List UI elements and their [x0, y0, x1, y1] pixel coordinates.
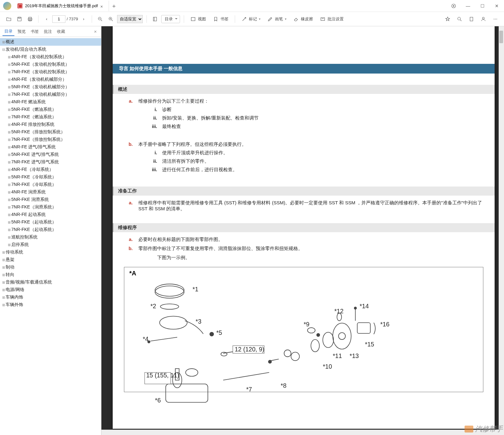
expand-icon[interactable]: ⊞ — [1, 40, 6, 44]
expand-icon[interactable]: ⊞ — [7, 235, 11, 239]
tree-node[interactable]: ⊞4NR-FE 燃油系统 — [0, 98, 101, 106]
tree-node[interactable]: ⊞7NR-FKE（排放控制系统） — [0, 136, 101, 143]
zoom-out-button[interactable] — [96, 15, 105, 23]
user-button[interactable] — [479, 15, 488, 23]
expand-icon[interactable]: ⊞ — [1, 258, 6, 262]
expand-icon[interactable]: ⊞ — [1, 265, 6, 269]
tree-node[interactable]: ⊞7NR-FKE（润滑系统） — [0, 203, 101, 211]
expand-icon[interactable]: ⊞ — [7, 93, 11, 97]
brush-button[interactable]: 画笔▾ — [265, 16, 289, 22]
sidebar-tab-preview[interactable]: 预览 — [16, 28, 28, 36]
sidebar-tab-bookmark[interactable]: 书签 — [29, 28, 41, 36]
expand-icon[interactable]: ⊞ — [1, 295, 6, 299]
vertical-scrollbar[interactable] — [499, 26, 504, 435]
more-button[interactable]: ⋯ — [491, 15, 500, 23]
prev-page-button[interactable]: ‹ — [42, 15, 51, 23]
expand-icon[interactable]: ⊞ — [7, 108, 11, 112]
tree-node[interactable]: ⊞传动系统 — [0, 248, 101, 256]
expand-icon[interactable]: ⊞ — [7, 228, 11, 232]
view-button[interactable]: 视图 — [188, 16, 208, 22]
expand-icon[interactable]: ⊞ — [7, 183, 11, 187]
expand-icon[interactable]: ⊞ — [1, 303, 6, 307]
expand-icon[interactable]: ⊞ — [7, 220, 11, 224]
expand-icon[interactable]: ⊞ — [7, 78, 11, 82]
tree-node[interactable]: ⊞5NR-FKE（发动机机械部分） — [0, 83, 101, 91]
sidebar-tab-fav[interactable]: 收藏 — [55, 28, 67, 36]
expand-icon[interactable]: ⊞ — [7, 153, 11, 157]
tree-node[interactable]: ⊞4NR-FE 润滑系统 — [0, 188, 101, 196]
save-button[interactable] — [15, 15, 24, 23]
tree-node[interactable]: ⊞7NR-FKE（燃油系统） — [0, 113, 101, 121]
expand-icon[interactable]: ⊟ — [1, 48, 6, 52]
tree-node[interactable]: ⊞4NR-FE 起动系统 — [0, 211, 101, 218]
page-input[interactable] — [52, 15, 65, 23]
expand-icon[interactable]: ⊞ — [7, 130, 11, 134]
tree-node[interactable]: ⊞5NR-FKE（燃油系统） — [0, 106, 101, 113]
tree-node[interactable]: ⊞悬架 — [0, 256, 101, 264]
search-button[interactable] — [455, 15, 464, 23]
expand-icon[interactable]: ⊞ — [7, 85, 11, 89]
outline-tree[interactable]: ⊞概述⊟发动机/混合动力系统⊞4NR-FE（发动机控制系统）⊞5NR-FKE（发… — [0, 37, 101, 435]
expand-icon[interactable]: ⊞ — [1, 250, 6, 254]
bookmark-button[interactable]: 书签 — [210, 16, 231, 22]
tree-node[interactable]: ⊞7NR-FKE（发动机控制系统） — [0, 68, 101, 76]
expand-icon[interactable]: ⊞ — [7, 168, 11, 172]
expand-icon[interactable]: ⊞ — [7, 175, 11, 179]
tree-node[interactable]: ⊞概述 — [0, 38, 101, 46]
toc-dropdown[interactable]: 目录 — [161, 15, 180, 23]
expand-icon[interactable]: ⊞ — [7, 100, 11, 104]
expand-icon[interactable]: ⊞ — [7, 63, 11, 67]
tree-node[interactable]: ⊞5NR-FKE（起动系统） — [0, 218, 101, 226]
tree-node[interactable]: ⊞7NR-FKE 进气/排气系统 — [0, 158, 101, 166]
tree-node[interactable]: ⊞电源/网络 — [0, 286, 101, 294]
layout-button[interactable] — [151, 15, 159, 23]
sidebar-tab-annot[interactable]: 批注 — [42, 28, 54, 36]
close-tab-icon[interactable]: × — [100, 4, 104, 8]
document-tab[interactable]: 2019年丰田威驰雅力士致炫维修手册.pdf × — [13, 1, 109, 11]
tree-node[interactable]: ⊞转向 — [0, 271, 101, 279]
expand-icon[interactable]: ⊞ — [7, 205, 11, 209]
tree-node[interactable]: ⊞4NR-FE 排放控制系统 — [0, 121, 101, 128]
expand-icon[interactable]: ⊞ — [1, 273, 6, 277]
expand-icon[interactable]: ⊞ — [7, 115, 11, 119]
expand-icon[interactable]: ⊞ — [7, 160, 11, 164]
zoom-in-button[interactable] — [106, 15, 115, 23]
sidebar-tab-toc[interactable]: 目录 — [3, 27, 14, 36]
expand-icon[interactable]: ⊞ — [7, 190, 11, 194]
minimize-button[interactable]: — — [461, 0, 475, 12]
tree-node[interactable]: ⊞7NR-FKE（发动机机械部分） — [0, 91, 101, 98]
tree-node[interactable]: ⊞5NR-FKE 进气/排气系统 — [0, 151, 101, 158]
expand-icon[interactable]: ⊞ — [7, 123, 11, 127]
tree-node[interactable]: ⊟发动机/混合动力系统 — [0, 46, 101, 53]
tree-node[interactable]: ⊞5NR-FKE（冷却系统） — [0, 173, 101, 181]
eraser-button[interactable]: 橡皮擦 — [291, 16, 316, 22]
mark-button[interactable]: 标记▾ — [239, 16, 263, 22]
print-button[interactable] — [26, 15, 34, 23]
tree-node[interactable]: ⊞5NR-FKE（排放控制系统） — [0, 128, 101, 136]
tree-node[interactable]: ⊞巡航控制系统 — [0, 233, 101, 241]
batch-annotation-button[interactable]: 批注设置 — [317, 16, 346, 22]
tree-node[interactable]: ⊞4NR-FE（冷却系统） — [0, 166, 101, 173]
tree-node[interactable]: ⊞车辆内饰 — [0, 294, 101, 301]
tree-node[interactable]: ⊞7NR-FKE（冷却系统） — [0, 181, 101, 188]
zoom-select[interactable]: 自适应宽 — [117, 15, 143, 23]
new-tab-button[interactable]: ＋ — [109, 2, 119, 10]
favorite-button[interactable] — [443, 15, 452, 23]
expand-icon[interactable]: ⊞ — [7, 138, 11, 142]
scroll-thumb[interactable] — [499, 31, 503, 43]
tree-node[interactable]: ⊞制动 — [0, 264, 101, 271]
maximize-button[interactable]: ☐ — [475, 0, 490, 12]
open-file-button[interactable] — [4, 15, 13, 23]
close-window-button[interactable]: ✕ — [490, 0, 504, 12]
tree-node[interactable]: ⊞车辆外饰 — [0, 301, 101, 309]
expand-icon[interactable]: ⊞ — [7, 145, 11, 149]
expand-icon[interactable]: ⊞ — [7, 55, 11, 59]
tree-node[interactable]: ⊞5NR-FKE 润滑系统 — [0, 196, 101, 203]
expand-icon[interactable]: ⊞ — [7, 198, 11, 202]
expand-icon[interactable]: ⊞ — [1, 280, 6, 284]
tree-node[interactable]: ⊞7NR-FKE（起动系统） — [0, 226, 101, 233]
settings-gear-icon[interactable] — [446, 0, 461, 12]
document-viewer[interactable]: 导言 如何使用本手册 一般信息 概述 a. 维修操作分为以下三个主要过程： i.… — [101, 26, 504, 435]
clipboard-button[interactable] — [467, 15, 476, 23]
tree-node[interactable]: ⊞5NR-FKE（发动机控制系统） — [0, 61, 101, 68]
